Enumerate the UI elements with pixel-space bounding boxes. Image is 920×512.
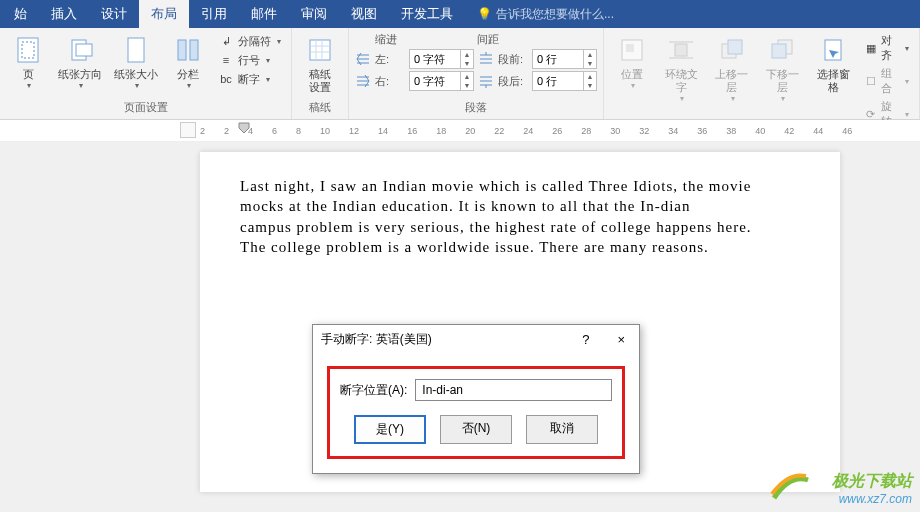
indent-right-spinner[interactable]: ▲▼ (409, 71, 474, 91)
cancel-button[interactable]: 取消 (526, 415, 598, 444)
group-icon: ☐ (864, 73, 877, 89)
tab-devtools[interactable]: 开发工具 (389, 0, 465, 28)
ruler-tick: 24 (523, 126, 533, 136)
indent-left-icon (355, 51, 371, 67)
send-backward-icon (766, 34, 798, 66)
ruler-tick: 10 (320, 126, 330, 136)
indent-left-spinner[interactable]: ▲▼ (409, 49, 474, 69)
group-arrange: 位置▾ 环绕文字▾ 上移一层▾ 下移一层▾ 选择窗格 ▦对齐▾ ☐组合▾ ⟳旋转… (604, 28, 920, 119)
tab-mail[interactable]: 邮件 (239, 0, 289, 28)
spin-up[interactable]: ▲ (584, 72, 596, 81)
columns-icon (172, 34, 204, 66)
svg-rect-4 (128, 38, 144, 62)
align-icon: ▦ (864, 40, 877, 56)
paragraph-1[interactable]: Last night, I saw an Indian movie which … (240, 176, 800, 217)
backward-button[interactable]: 下移一层▾ (759, 32, 806, 105)
dialog-help-button[interactable]: ? (576, 332, 595, 347)
ruler-tick: 2 (224, 126, 229, 136)
position-icon (616, 34, 648, 66)
ruler-tick: 26 (552, 126, 562, 136)
yes-button[interactable]: 是(Y) (354, 415, 426, 444)
group-label-page-setup: 页面设置 (6, 98, 285, 119)
group-label-manuscript: 稿纸 (298, 98, 342, 119)
watermark: 极光下载站 www.xz7.com (832, 471, 912, 506)
hyphenation-dialog: 手动断字: 英语(美国) ? × 断字位置(A): 是(Y) 否(N) 取消 (312, 324, 640, 474)
ruler[interactable]: 2246810121416182022242628303234363840424… (0, 120, 920, 142)
align-button[interactable]: ▦对齐▾ (860, 32, 913, 64)
ribbon-tab-bar: 始 插入 设计 布局 引用 邮件 审阅 视图 开发工具 💡 告诉我您想要做什么.… (0, 0, 920, 28)
spin-down[interactable]: ▼ (461, 81, 473, 90)
svg-rect-3 (76, 44, 92, 56)
size-button[interactable]: 纸张大小▾ (110, 32, 162, 92)
ruler-tick: 20 (465, 126, 475, 136)
spin-down[interactable]: ▼ (584, 59, 596, 68)
no-button[interactable]: 否(N) (440, 415, 512, 444)
paragraph-3[interactable]: The college problem is a worldwide issue… (240, 237, 800, 257)
line-numbers-icon: ≡ (218, 52, 234, 68)
spacing-after-spinner[interactable]: ▲▼ (532, 71, 597, 91)
dialog-close-button[interactable]: × (611, 332, 631, 347)
spacing-before-spinner[interactable]: ▲▼ (532, 49, 597, 69)
tab-view[interactable]: 视图 (339, 0, 389, 28)
ruler-tick: 42 (784, 126, 794, 136)
spacing-before-input[interactable] (533, 53, 583, 65)
spin-up[interactable]: ▲ (461, 50, 473, 59)
ruler-tick: 12 (349, 126, 359, 136)
indent-left-input[interactable] (410, 53, 460, 65)
spacing-before-icon (478, 51, 494, 67)
tab-layout[interactable]: 布局 (139, 0, 189, 28)
ruler-corner[interactable] (180, 122, 196, 138)
svg-rect-14 (675, 44, 687, 56)
breaks-button[interactable]: ↲分隔符▾ (214, 32, 285, 50)
indent-left-label: 左: (375, 52, 405, 67)
forward-button[interactable]: 上移一层▾ (709, 32, 756, 105)
lightbulb-icon: 💡 (477, 7, 492, 21)
ruler-tick: 4 (248, 126, 253, 136)
spin-up[interactable]: ▲ (461, 72, 473, 81)
spacing-after-icon (478, 73, 494, 89)
spacing-header: 间距 (477, 32, 499, 47)
hyphenation-button[interactable]: bc断字▾ (214, 70, 285, 88)
selection-pane-button[interactable]: 选择窗格 (810, 32, 857, 96)
ruler-tick: 36 (697, 126, 707, 136)
margins-button[interactable]: 页▾ (6, 32, 50, 92)
hyphenation-input[interactable] (415, 379, 612, 401)
ruler-tick: 16 (407, 126, 417, 136)
group-button[interactable]: ☐组合▾ (860, 65, 913, 97)
ruler-tick: 44 (813, 126, 823, 136)
ruler-tick: 32 (639, 126, 649, 136)
chevron-down-icon: ▾ (135, 81, 139, 90)
hyphenation-icon: bc (218, 71, 234, 87)
tell-me-hint[interactable]: 💡 告诉我您想要做什么... (477, 6, 614, 23)
svg-rect-7 (310, 40, 330, 60)
paragraph-2[interactable]: campus problem is very serious, the high… (240, 217, 800, 237)
columns-button[interactable]: 分栏▾ (166, 32, 210, 92)
hyphenation-field-label: 断字位置(A): (340, 382, 407, 399)
orientation-button[interactable]: 纸张方向▾ (54, 32, 106, 92)
tab-insert[interactable]: 插入 (39, 0, 89, 28)
manuscript-button[interactable]: 稿纸 设置 (298, 32, 342, 96)
watermark-swoosh-icon (770, 468, 810, 504)
tab-start[interactable]: 始 (2, 0, 39, 28)
ribbon: 页▾ 纸张方向▾ 纸张大小▾ 分栏▾ ↲分隔符▾ ≡行号▾ bc断字▾ 页面设置 (0, 28, 920, 120)
indent-right-icon (355, 73, 371, 89)
indent-right-input[interactable] (410, 75, 460, 87)
spacing-after-input[interactable] (533, 75, 583, 87)
spin-down[interactable]: ▼ (461, 59, 473, 68)
position-button[interactable]: 位置▾ (610, 32, 654, 92)
margins-icon (12, 34, 44, 66)
svg-rect-20 (772, 44, 786, 58)
tab-reference[interactable]: 引用 (189, 0, 239, 28)
group-page-setup: 页▾ 纸张方向▾ 纸张大小▾ 分栏▾ ↲分隔符▾ ≡行号▾ bc断字▾ 页面设置 (0, 28, 292, 119)
group-manuscript: 稿纸 设置 稿纸 (292, 28, 349, 119)
wrap-button[interactable]: 环绕文字▾ (658, 32, 705, 105)
chevron-down-icon: ▾ (79, 81, 83, 90)
spin-up[interactable]: ▲ (584, 50, 596, 59)
tab-design[interactable]: 设计 (89, 0, 139, 28)
ruler-tick: 30 (610, 126, 620, 136)
svg-rect-13 (626, 44, 634, 52)
ruler-tick: 40 (755, 126, 765, 136)
spin-down[interactable]: ▼ (584, 81, 596, 90)
tab-review[interactable]: 审阅 (289, 0, 339, 28)
line-numbers-button[interactable]: ≡行号▾ (214, 51, 285, 69)
